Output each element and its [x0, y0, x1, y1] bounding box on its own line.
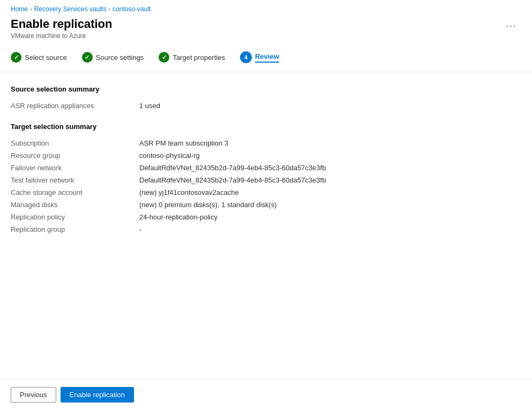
breadcrumb: Home › Recovery Services vaults › contos… [0, 0, 532, 17]
target-summary-table: Subscription ASR PM team subscription 3 … [11, 137, 521, 236]
footer: Previous Enable replication [0, 379, 532, 410]
target-label-5: Managed disks [11, 201, 139, 209]
source-value-0: 1 used [139, 102, 521, 110]
step-2-check-icon [82, 52, 93, 63]
target-value-4: (new) yj1f41contosovav2acache [139, 188, 521, 196]
wizard-steps: Select source Source settings Target pro… [0, 46, 532, 72]
breadcrumb-recovery-vaults[interactable]: Recovery Services vaults [34, 5, 107, 13]
target-row-0: Subscription ASR PM team subscription 3 [11, 137, 521, 149]
header: Enable replication VMware machine to Azu… [0, 17, 532, 46]
target-value-5: (new) 0 premium disks(s), 1 standard dis… [139, 201, 521, 209]
target-row-6: Replication policy 24-hour-replication-p… [11, 211, 521, 223]
step-4-label: Review [255, 52, 279, 63]
target-label-6: Replication policy [11, 213, 139, 221]
source-label-0: ASR replication appliances [11, 102, 139, 110]
target-row-7: Replication group - [11, 223, 521, 236]
target-value-0: ASR PM team subscription 3 [139, 139, 521, 147]
target-value-3: DefaultRdfeVNet_82435b2d-7a99-4eb4-85c3-… [139, 176, 521, 184]
step-3-check-icon [159, 52, 169, 63]
enable-replication-button[interactable]: Enable replication [61, 387, 134, 403]
target-row-5: Managed disks (new) 0 premium disks(s), … [11, 199, 521, 211]
step-select-source[interactable]: Select source [11, 52, 67, 63]
source-section-title: Source selection summary [11, 85, 521, 93]
target-label-1: Resource group [11, 151, 139, 160]
target-value-1: contoso-physical-rg [139, 151, 521, 160]
step-source-settings[interactable]: Source settings [82, 52, 144, 63]
source-summary-table: ASR replication appliances 1 used [11, 100, 521, 112]
target-label-2: Failover network [11, 164, 139, 172]
target-label-0: Subscription [11, 139, 139, 147]
step-2-label: Source settings [96, 54, 144, 62]
step-3-label: Target properties [173, 54, 225, 62]
target-row-1: Resource group contoso-physical-rg [11, 149, 521, 162]
target-value-2: DefaultRdfeVNet_82435b2d-7a99-4eb4-85c3-… [139, 164, 521, 172]
step-1-check-icon [11, 52, 21, 63]
target-row-4: Cache storage account (new) yj1f41contos… [11, 186, 521, 199]
target-label-7: Replication group [11, 225, 139, 233]
target-row-3: Test failover network DefaultRdfeVNet_82… [11, 174, 521, 186]
step-review[interactable]: 4 Review [240, 51, 279, 63]
main-content: Source selection summary ASR replication… [0, 72, 532, 379]
header-title-area: Enable replication VMware machine to Azu… [11, 17, 501, 40]
target-label-4: Cache storage account [11, 188, 139, 196]
breadcrumb-contoso-vault[interactable]: contoso-vault [113, 5, 151, 13]
step-4-number-icon: 4 [240, 51, 252, 63]
page-container: Home › Recovery Services vaults › contos… [0, 0, 532, 410]
page-subtitle: VMware machine to Azure [11, 32, 501, 40]
previous-button[interactable]: Previous [11, 387, 56, 403]
header-menu-button[interactable]: ... [501, 17, 521, 31]
target-label-3: Test failover network [11, 176, 139, 184]
page-title: Enable replication [11, 17, 501, 31]
target-value-6: 24-hour-replication-policy [139, 213, 521, 221]
target-row-2: Failover network DefaultRdfeVNet_82435b2… [11, 162, 521, 174]
breadcrumb-separator-2: › [108, 6, 110, 12]
target-section-title: Target selection summary [11, 123, 521, 131]
breadcrumb-home[interactable]: Home [11, 5, 28, 13]
step-1-label: Select source [25, 54, 67, 62]
step-target-properties[interactable]: Target properties [159, 52, 225, 63]
source-row-0: ASR replication appliances 1 used [11, 100, 521, 112]
target-value-7: - [139, 225, 521, 233]
breadcrumb-separator-1: › [30, 6, 32, 12]
